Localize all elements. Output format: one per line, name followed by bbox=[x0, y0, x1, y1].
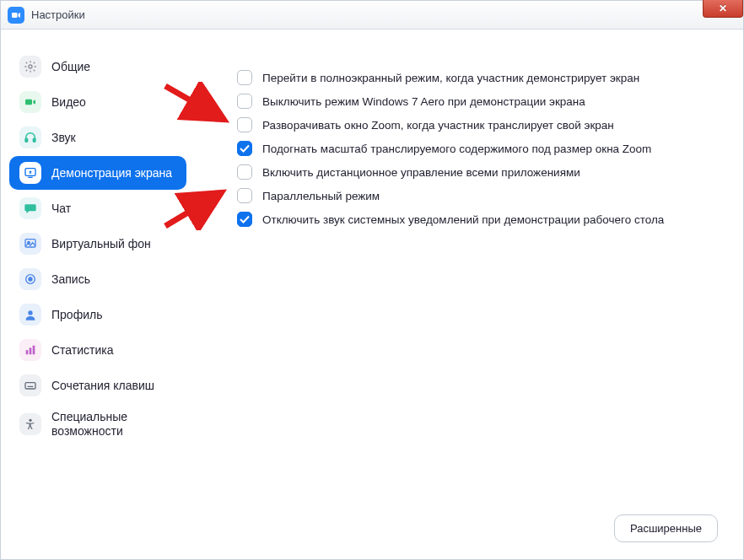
settings-window: Настройки ✕ Общие Видео Звук bbox=[0, 0, 744, 560]
sidebar-item-label: Специальные возможности bbox=[51, 410, 176, 439]
sidebar-item-label: Общие bbox=[51, 60, 90, 74]
svg-rect-0 bbox=[12, 13, 18, 18]
content-panel: Перейти в полноэкранный режим, когда уча… bbox=[195, 30, 743, 559]
sidebar-item-chat[interactable]: Чат bbox=[9, 191, 186, 225]
checkbox-label: Выключить режим Windows 7 Aero при демон… bbox=[262, 95, 585, 108]
svg-point-1 bbox=[29, 65, 32, 68]
checkbox-label: Подогнать масштаб транслируемого содержи… bbox=[262, 143, 651, 155]
close-icon: ✕ bbox=[719, 3, 727, 14]
checkbox-label: Перейти в полноэкранный режим, когда уча… bbox=[262, 72, 639, 84]
checkbox[interactable] bbox=[237, 94, 252, 109]
sidebar: Общие Видео Звук Демонстрация экрана bbox=[1, 30, 195, 559]
sidebar-item-video[interactable]: Видео bbox=[9, 85, 186, 119]
sidebar-item-audio[interactable]: Звук bbox=[9, 121, 186, 154]
checkbox-label: Включить дистанционное управление всеми … bbox=[262, 166, 580, 179]
sidebar-item-label: Сочетания клавиш bbox=[51, 379, 154, 393]
titlebar[interactable]: Настройки ✕ bbox=[1, 1, 743, 30]
sidebar-item-label: Демонстрация экрана bbox=[51, 166, 172, 180]
content-footer: Расширенные bbox=[237, 504, 718, 542]
record-icon bbox=[19, 268, 41, 290]
sidebar-item-label: Виртуальный фон bbox=[51, 237, 151, 251]
close-button[interactable]: ✕ bbox=[703, 0, 743, 18]
sidebar-item-label: Запись bbox=[51, 272, 90, 287]
sidebar-item-shortcuts[interactable]: Сочетания клавиш bbox=[9, 369, 186, 402]
option-scale-to-fit[interactable]: Подогнать масштаб транслируемого содержи… bbox=[237, 141, 718, 156]
svg-rect-4 bbox=[33, 138, 35, 142]
option-remote-control-all[interactable]: Включить дистанционное управление всеми … bbox=[237, 164, 718, 180]
sidebar-item-recording[interactable]: Запись bbox=[9, 262, 186, 296]
svg-rect-14 bbox=[25, 383, 35, 389]
svg-rect-3 bbox=[25, 138, 28, 142]
keyboard-icon bbox=[19, 374, 41, 396]
checkbox[interactable] bbox=[237, 141, 252, 156]
sidebar-item-general[interactable]: Общие bbox=[9, 50, 186, 83]
checkbox-label: Параллельный режим bbox=[262, 190, 380, 202]
sidebar-item-screen-share[interactable]: Демонстрация экрана bbox=[9, 156, 186, 190]
checkbox-label: Разворачивать окно Zoom, когда участник … bbox=[262, 119, 614, 132]
svg-point-10 bbox=[28, 310, 32, 315]
sidebar-item-label: Видео bbox=[51, 95, 86, 110]
checkbox[interactable] bbox=[237, 164, 252, 180]
sidebar-item-label: Профиль bbox=[51, 308, 102, 322]
statistics-icon bbox=[19, 339, 41, 361]
svg-point-15 bbox=[29, 418, 31, 421]
option-maximize-on-share[interactable]: Разворачивать окно Zoom, когда участник … bbox=[237, 117, 718, 132]
sidebar-item-label: Статистика bbox=[51, 343, 114, 358]
checkbox-label: Отключить звук системных уведомлений при… bbox=[262, 213, 664, 226]
window-title: Настройки bbox=[31, 8, 85, 21]
advanced-button[interactable]: Расширенные bbox=[614, 514, 718, 542]
sidebar-item-profile[interactable]: Профиль bbox=[9, 298, 186, 331]
svg-rect-11 bbox=[26, 350, 29, 354]
checkbox[interactable] bbox=[237, 70, 252, 85]
headphones-icon bbox=[19, 127, 41, 148]
share-screen-icon bbox=[19, 162, 41, 184]
checkbox[interactable] bbox=[237, 212, 252, 227]
accessibility-icon bbox=[19, 413, 41, 435]
svg-rect-2 bbox=[25, 100, 32, 105]
checkbox[interactable] bbox=[237, 188, 252, 203]
sidebar-item-label: Чат bbox=[51, 202, 71, 216]
checkbox[interactable] bbox=[237, 117, 252, 132]
virtual-background-icon bbox=[19, 233, 41, 255]
option-silence-notifications[interactable]: Отключить звук системных уведомлений при… bbox=[237, 212, 718, 227]
video-icon bbox=[19, 91, 41, 113]
option-fullscreen-on-share[interactable]: Перейти в полноэкранный режим, когда уча… bbox=[237, 70, 718, 85]
sidebar-item-label: Звук bbox=[51, 131, 76, 145]
gear-icon bbox=[19, 56, 41, 78]
sidebar-item-statistics[interactable]: Статистика bbox=[9, 333, 186, 367]
app-icon bbox=[8, 7, 24, 24]
svg-rect-13 bbox=[33, 346, 35, 355]
profile-icon bbox=[19, 304, 41, 326]
svg-point-9 bbox=[28, 277, 32, 281]
sidebar-item-accessibility[interactable]: Специальные возможности bbox=[9, 404, 186, 444]
chat-icon bbox=[19, 197, 41, 219]
sidebar-item-virtual-bg[interactable]: Виртуальный фон bbox=[9, 227, 186, 261]
option-side-by-side[interactable]: Параллельный режим bbox=[237, 188, 718, 203]
option-disable-aero[interactable]: Выключить режим Windows 7 Aero при демон… bbox=[237, 94, 718, 109]
svg-rect-12 bbox=[30, 347, 32, 354]
window-body: Общие Видео Звук Демонстрация экрана bbox=[1, 30, 743, 559]
